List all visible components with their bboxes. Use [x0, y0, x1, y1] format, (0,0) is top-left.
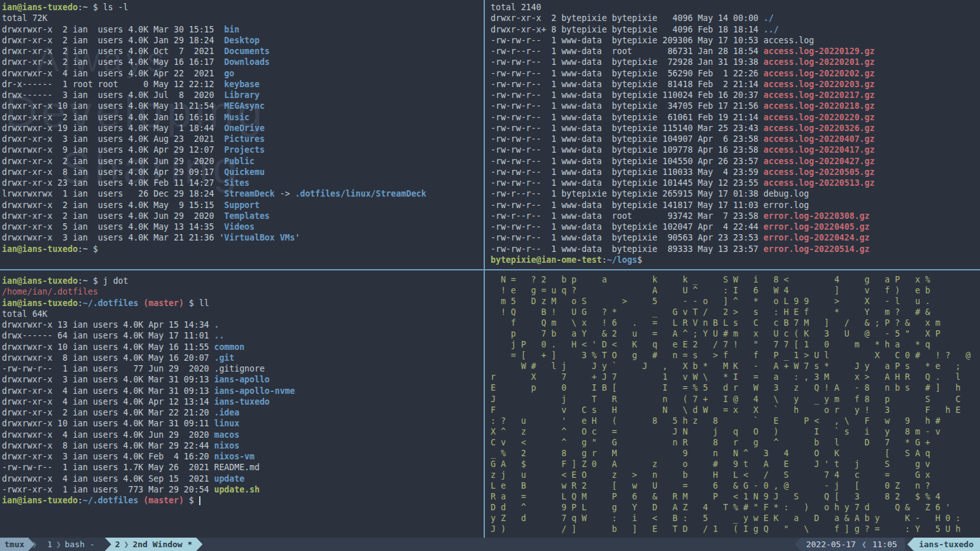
status-bar-right: 2022-05-17❮11:05 ians-tuxedo	[795, 538, 980, 551]
terminal-line: drwxr-xr-x 2 ian users 4.0K Mar 22 21:20…	[2, 407, 482, 418]
random-character-row: W # l j J y ` J , X b * M K - A + W 7 s …	[491, 361, 980, 372]
random-character-row: ! Q B ! U G ? * _ G v T / 2 > s : H E f …	[491, 307, 980, 317]
terminal-line: drwxr-xr-x 2 ian users 4.0K Oct 7 2021 D…	[2, 46, 482, 57]
terminal-line: -rw-r--r-- 1 bytepixie bytepixie 265915 …	[491, 188, 980, 199]
terminal-line: drwxrwxr-x 13 ian users 4.0K Apr 15 14:3…	[2, 319, 482, 330]
terminal-line: ian@ians-tuxedo:~/.dotfiles (master) $ l…	[2, 298, 482, 309]
terminal-line: drwxr-xr-x 2 ian users 4.0K Jan 29 18:24…	[2, 35, 482, 46]
terminal-line: ian@ians-tuxedo:~/.dotfiles (master) $	[2, 495, 482, 506]
terminal-line: drwxr-xr-x 10 ian users 4.0K May 11 21:5…	[2, 101, 482, 111]
terminal-line: -rw-rw-r-- 1 www-data bytepixie 104550 A…	[491, 156, 980, 167]
terminal-line: -rw-rw-r-- 1 www-data bytepixie 81418 Fe…	[491, 79, 980, 90]
terminal-line: drwxr-xr-x 2 ian users 4.0K Jun 29 2020 …	[2, 156, 482, 167]
tmux-status-bar: tmux ❯ 1❯bash -2❯2nd Window * 2022-05-17…	[0, 538, 980, 551]
terminal-line: -rw-rw-r-- 1 www-data bytepixie 104907 A…	[491, 134, 980, 144]
window-list: 1❯bash -2❯2nd Window *	[41, 538, 202, 551]
random-character-row: = [ + ] 3 % T O g # n = s > f f P _ 1 > …	[491, 350, 980, 361]
terminal-line: ian@ians-tuxedo:~ $	[2, 244, 482, 255]
terminal-line: drwxrwxr-x 3 ian users 4.0K Mar 21 21:36…	[2, 232, 482, 243]
terminal-line: -rw-rw-r-- 1 www-data bytepixie 61061 Fe…	[491, 112, 980, 123]
terminal-line: drwxr-xr-x 4 ian users 4.0K Apr 12 13:14…	[2, 396, 482, 407]
pane-home-listing[interactable]: ian@ians-tuxedo:~ $ ls -ltotal 72Kdrwxrw…	[2, 2, 482, 269]
random-character-row: J j T R n ( 7 + I @ 4 \ y _ y m f 8 p S …	[491, 394, 980, 405]
terminal-line: drwx------ 3 ian users 4.0K Jul 8 2020 L…	[2, 90, 482, 101]
terminal-line: drwxr-xr-x 23 ian users 4.0K Feb 11 14:2…	[2, 178, 482, 188]
status-date: 2022-05-17	[806, 540, 856, 549]
random-character-row: j P 0 . H < ' D < K q e E 2 / 7 ! " 7 7 …	[491, 339, 980, 350]
terminal-line: drwxrwxr-x 2 ian users 4.0K Mar 30 15:15…	[2, 24, 482, 35]
terminal-line: lrwxrwxrwx 1 ian users 26 Dec 29 18:24 S…	[2, 188, 482, 199]
random-character-row: J ) / ] b ] E T D / 1 ( I g Q " \ f ] g …	[491, 524, 980, 534]
terminal-line: -rw-rw-r-- 1 www-data bytepixie 34705 Fe…	[491, 101, 980, 111]
terminal-line: ian@ians-tuxedo:~ $ ls -l	[2, 2, 482, 13]
terminal-line: drwxrwxr-x 10 ian users 4.0K May 16 11:5…	[2, 342, 482, 352]
terminal-line: drwxr-xr-x 2 ian users 4.0K May 16 16:17…	[2, 57, 482, 67]
terminal-line: -rw-rw-r-- 1 www-data bytepixie 102047 A…	[491, 221, 980, 232]
terminal-line: drwxrwxr-x 4 ian users 4.0K Apr 22 2021 …	[2, 68, 482, 79]
pane-divider-horizontal[interactable]	[0, 269, 980, 270]
terminal-line: ian@ians-tuxedo:~ $ j dot	[2, 276, 482, 286]
terminal-line: drwxr-xr-x 2 ian users 4.0K Jan 16 16:16…	[2, 112, 482, 123]
hostname-badge: ians-tuxedo	[907, 538, 980, 551]
random-character-row: f Q m \ x ! 6 . = L R V n B L s C c B 7 …	[491, 317, 980, 328]
terminal-line: drwxrwxr-x 9 ian users 4.0K Apr 29 12:07…	[2, 144, 482, 155]
window-tab-1[interactable]: 1❯bash -	[41, 538, 101, 551]
terminal-line: -rw-rw-r-- 1 www-data bytepixie 89333 Ma…	[491, 244, 980, 255]
terminal-line: -rw-rw-r-- 1 ian users 1.7K May 26 2021 …	[2, 462, 482, 473]
random-character-row: F v C s H N \ d W = x X ` h o r y ! 3 F …	[491, 405, 980, 415]
random-character-row: ! e g = u q ? A U ^ : I 6 W 4 ] v f ) e …	[491, 285, 980, 296]
terminal-line: -rw-rw-r-- 1 www-data bytepixie 101445 M…	[491, 178, 980, 188]
date-time-segment: 2022-05-17❮11:05	[795, 538, 905, 551]
terminal-line: drwxr-xr-x 8 ian users 4.0K Apr 29 09:17…	[2, 167, 482, 178]
terminal-line: -rw-r--r-- 1 www-data root 86731 Jan 28 …	[491, 46, 980, 57]
pane-logs-listing[interactable]: total 2140drwxr-xr-x 2 bytepixie bytepix…	[491, 2, 980, 269]
tmux-session-badge: tmux	[0, 538, 34, 551]
terminal-line: drwxrwxr-x 8 ian users 4.0K Mar 29 22:44…	[2, 440, 482, 451]
terminal-line: drwxr-xr-x 2 bytepixie bytepixie 4096 Ma…	[491, 13, 980, 24]
terminal-line: -rw-rw-r-- 1 www-data bytepixie 110024 F…	[491, 90, 980, 101]
terminal-line: -rw-rw-r-- 1 www-data bytepixie 141817 M…	[491, 200, 980, 211]
pane-random-characters[interactable]: N = ? 2 b p a k k _ S W i 8 < 4 g a P x …	[491, 274, 980, 538]
terminal-line: drwxrwxr-x 4 ian users 4.0K Sep 15 2021 …	[2, 473, 482, 484]
terminal-line: -rw-rw-r-- 1 www-data bytepixie 56290 Fe…	[491, 68, 980, 79]
terminal-line: drwxrwxr-x 3 ian users 4.0K Mar 31 09:13…	[2, 374, 482, 385]
terminal-line: total 2140	[491, 2, 980, 13]
terminal-line: drwxr-xr-x 4 ian users 4.0K Mar 31 09:13…	[2, 386, 482, 396]
terminal-line: drwxrwxr-x 10 ian users 4.0K Mar 31 09:1…	[2, 418, 482, 429]
random-character-row: G A $ F ] Z 0 A z o # 9 t A E J ' t j S …	[491, 459, 980, 470]
terminal-line: -rw-rw-r-- 1 www-data bytepixie 110033 M…	[491, 167, 980, 178]
random-character-row: C v < ^ g " G n R 8 r g ^ b l D 7 * G +	[491, 437, 980, 448]
left-chevron-icon: ❮	[856, 540, 872, 549]
terminal-line: -rw-rw-r-- 1 www-data bytepixie 109778 A…	[491, 144, 980, 155]
terminal-line: drwxr-xr-x 3 ian users 4.0K Feb 4 16:20 …	[2, 451, 482, 462]
random-character-row: z j u < E O z > n b H L < / S 7 4 c = G …	[491, 470, 980, 480]
terminal-line: -rw-rw-r-- 1 ian users 77 Jun 29 2020 .g…	[2, 363, 482, 374]
window-tab-2[interactable]: 2❯2nd Window *	[105, 538, 203, 551]
terminal-line: -rw-rw-r-- 1 www-data bytepixie 115140 M…	[491, 123, 980, 134]
random-character-row: N = ? 2 b p a k k _ S W i 8 < 4 g a P x …	[491, 274, 980, 285]
terminal-line: drwxr-xr-x 5 ian users 4.0K May 13 14:35…	[2, 221, 482, 232]
terminal-line: dr-x------ 1 root root 0 May 12 22:12 ke…	[2, 79, 482, 90]
terminal-line: total 64K	[2, 309, 482, 319]
terminal-line: -rw-rw-r-- 1 www-data bytepixie 209306 M…	[491, 35, 980, 46]
terminal-line: /home/ian/.dotfiles	[2, 286, 482, 297]
random-character-row: L e B w R 2 [ w U = 6 & G - 0 , @ - j [ …	[491, 480, 980, 491]
random-character-row: y Z d 7 q W : i < B : 5 _ y w E K a D a …	[491, 513, 980, 524]
terminal-line: drwxrwxr-x 2 ian users 4.0K May 9 15:15 …	[2, 200, 482, 211]
random-character-row: E p 0 I B [ I = % 5 d r W 3 z Q ! A - 8 …	[491, 382, 980, 393]
terminal-line: drwxr-xr-x 3 ian users 4.0K Aug 23 2021 …	[2, 134, 482, 144]
pane-dotfiles-listing[interactable]: ian@ians-tuxedo:~ $ j dot/home/ian/.dotf…	[2, 276, 482, 536]
random-character-row: r X 7 + J 7 1 v W \ * I = a : , 3 M x > …	[491, 372, 980, 382]
terminal-line: drwxrwxr-x 4 ian users 4.0K Jun 29 2020 …	[2, 429, 482, 440]
random-character-row: _ % 2 8 g r M 9 n N ^ 3 4 O K [ S A q	[491, 448, 980, 459]
random-character-row: R a = L Q M P 6 & R M P < 1 N 9 J S Q [ …	[491, 491, 980, 502]
terminal-line: drwxr-xr-x+ 8 bytepixie bytepixie 4096 F…	[491, 24, 980, 35]
terminal-line: total 72K	[2, 13, 482, 24]
random-character-row: p 7 b a Y & 2 u = A ^ ; Y U # m x U c ( …	[491, 328, 980, 339]
terminal-line: bytepixie@ian-ome-test:~/logs$	[491, 255, 980, 265]
terminal-line: drwxrwxr-x 19 ian users 4.0K May 1 18:44…	[2, 123, 482, 134]
terminal-line: -rw-rw-r-- 1 www-data bytepixie 90563 Ap…	[491, 232, 980, 243]
tmux-terminal-screen: Always Developing Sharing ian@ians-tuxed…	[0, 0, 980, 551]
status-time: 11:05	[872, 540, 897, 549]
terminal-line: -rw-r--r-- 1 www-data root 93742 Mar 7 2…	[491, 211, 980, 221]
